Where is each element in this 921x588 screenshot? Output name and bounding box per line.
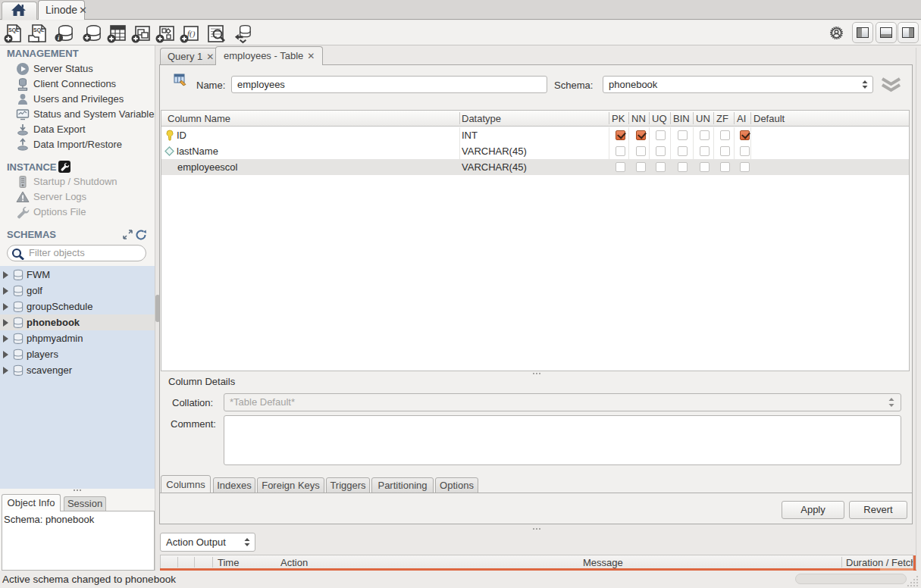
svg-text:f(): f(): [187, 29, 196, 39]
svg-text:SQL: SQL: [8, 27, 20, 33]
svg-text:SQL: SQL: [33, 27, 45, 33]
